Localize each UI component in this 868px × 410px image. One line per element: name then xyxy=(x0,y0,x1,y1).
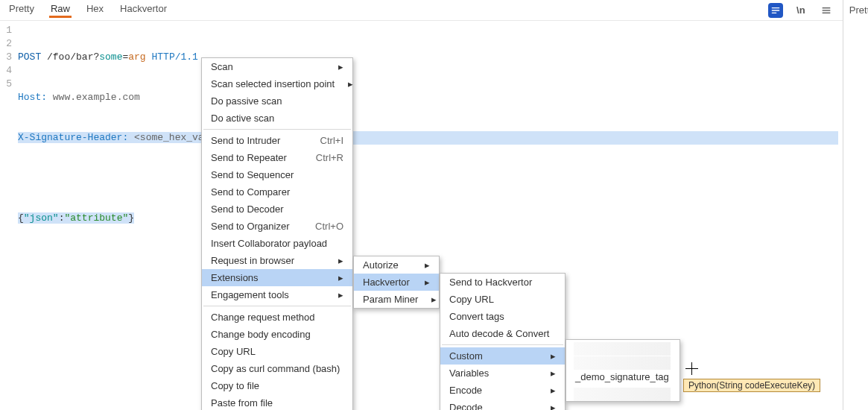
tab-hackvertor[interactable]: Hackvertor xyxy=(120,3,167,17)
hamburger-icon[interactable] xyxy=(819,3,834,18)
line-gutter: 12345 xyxy=(0,21,15,410)
right-tab-pretty[interactable]: Pretty xyxy=(849,4,868,16)
view-tabs: Pretty Raw Hex Hackvertor \n xyxy=(0,0,843,21)
menu-decoder[interactable]: Send to Decoder xyxy=(202,201,352,218)
code-line-5[interactable]: {"json":"attribute"} xyxy=(18,212,838,225)
menu-paste-file[interactable]: Paste from file xyxy=(202,394,352,410)
menu-passive-scan[interactable]: Do passive scan xyxy=(202,92,352,110)
submenu-hackvertor[interactable]: Hackvertor▸ xyxy=(354,274,439,291)
menu-req-browser[interactable]: Request in browser▸ xyxy=(202,252,352,269)
svg-rect-0 xyxy=(772,7,780,8)
custom-obscured-2[interactable] xyxy=(566,356,679,368)
menu-change-method[interactable]: Change request method xyxy=(202,309,352,326)
menu-active-scan[interactable]: Do active scan xyxy=(202,110,352,127)
menu-sep xyxy=(203,306,351,306)
tab-raw[interactable]: Raw xyxy=(51,3,70,17)
tooltip: Python(String codeExecuteKey) xyxy=(683,379,820,392)
hv-send[interactable]: Send to Hackvertor xyxy=(440,274,565,291)
custom-demo-tag[interactable]: _demo_signature_tag xyxy=(566,368,679,385)
tab-pretty[interactable]: Pretty xyxy=(9,3,34,17)
menu-copy-curl[interactable]: Copy as curl command (bash) xyxy=(202,360,352,377)
hv-copy-url[interactable]: Copy URL xyxy=(440,291,565,308)
hv-variables[interactable]: Variables▸ xyxy=(440,365,565,382)
menu-engagement[interactable]: Engagement tools▸ xyxy=(202,286,352,303)
submenu-hackvertor-items: Send to Hackvertor Copy URL Convert tags… xyxy=(440,273,566,410)
request-editor[interactable]: 12345 POST /foo/bar?some=arg HTTP/1.1 Ho… xyxy=(0,21,843,410)
menu-collaborator[interactable]: Insert Collaborator payload xyxy=(202,235,352,252)
menu-sep xyxy=(442,344,563,345)
actions-icon[interactable] xyxy=(768,3,783,18)
svg-rect-2 xyxy=(772,12,777,13)
hv-encode[interactable]: Encode▸ xyxy=(440,382,565,399)
submenu-extensions: Autorize▸ Hackvertor▸ Param Miner▸ xyxy=(353,256,440,309)
menu-scan-selected[interactable]: Scan selected insertion point▸ xyxy=(202,75,352,92)
hv-convert-tags[interactable]: Convert tags xyxy=(440,308,565,325)
submenu-param-miner[interactable]: Param Miner▸ xyxy=(354,291,439,308)
hv-decode[interactable]: Decode▸ xyxy=(440,399,565,410)
menu-comparer[interactable]: Send to Comparer xyxy=(202,183,352,201)
code-line-3[interactable]: X-Signature-Header: <some_hex_value> xyxy=(18,131,838,145)
menu-intruder[interactable]: Send to IntruderCtrl+I xyxy=(202,132,352,149)
code-line-1[interactable]: POST /foo/bar?some=arg HTTP/1.1 xyxy=(18,51,838,64)
menu-extensions[interactable]: Extensions▸ xyxy=(202,269,352,286)
menu-copy-url[interactable]: Copy URL xyxy=(202,343,352,360)
code-line-2[interactable]: Host: www.example.com xyxy=(18,91,838,104)
code-line-4[interactable] xyxy=(18,171,838,185)
right-pane: Pretty xyxy=(843,0,868,410)
context-menu: Scan▸ Scan selected insertion point▸ Do … xyxy=(201,57,353,410)
custom-obscured-3[interactable] xyxy=(566,385,679,401)
menu-repeater[interactable]: Send to RepeaterCtrl+R xyxy=(202,149,352,166)
menu-scan[interactable]: Scan▸ xyxy=(202,58,352,75)
hv-auto-decode[interactable]: Auto decode & Convert xyxy=(440,325,565,342)
menu-sep xyxy=(203,129,351,130)
menu-copy-file[interactable]: Copy to file xyxy=(202,377,352,394)
hv-custom[interactable]: Custom▸ xyxy=(440,347,565,365)
menu-sequencer[interactable]: Send to Sequencer xyxy=(202,166,352,183)
tab-hex[interactable]: Hex xyxy=(86,3,104,17)
menu-organizer[interactable]: Send to OrganizerCtrl+O xyxy=(202,218,352,235)
svg-rect-1 xyxy=(772,10,780,10)
menu-change-body[interactable]: Change body encoding xyxy=(202,326,352,343)
submenu-custom: _demo_signature_tag xyxy=(566,339,680,402)
submenu-autorize[interactable]: Autorize▸ xyxy=(354,256,439,274)
custom-obscured-1[interactable] xyxy=(566,340,679,356)
wrap-icon[interactable]: \n xyxy=(793,3,808,18)
